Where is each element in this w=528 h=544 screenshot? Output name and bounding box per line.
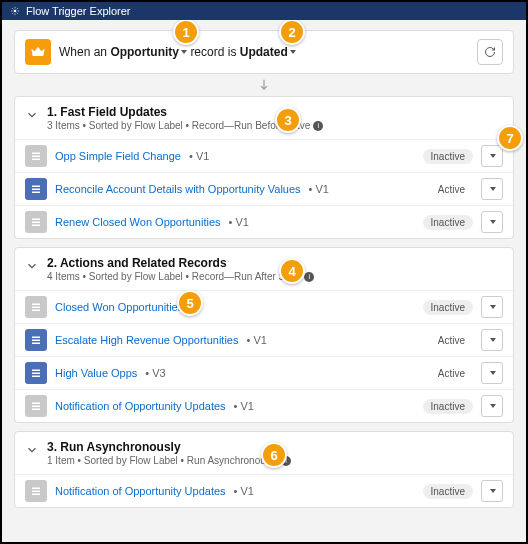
section-title: 2. Actions and Related Records xyxy=(47,256,314,270)
svg-rect-27 xyxy=(32,376,40,378)
flow-version: • V1 xyxy=(309,183,329,195)
trigger-text: When an Opportunity record is Updated xyxy=(59,45,296,59)
trigger-mid: record is xyxy=(190,45,236,59)
svg-rect-29 xyxy=(32,406,40,408)
chevron-down-icon xyxy=(181,50,187,54)
trigger-object: Opportunity xyxy=(110,45,179,59)
section-subtitle: 1 Item • Sorted by Flow Label • Run Asyn… xyxy=(47,455,291,466)
info-icon[interactable]: i xyxy=(304,272,314,282)
flow-arrow xyxy=(14,78,514,92)
flow-link[interactable]: Reconcile Account Details with Opportuni… xyxy=(55,183,301,195)
row-actions-button[interactable] xyxy=(481,362,503,384)
flow-icon xyxy=(25,145,47,167)
flow-row: Opp Simple Field Change • V1 Inactive xyxy=(15,139,513,172)
flow-icon xyxy=(25,329,47,351)
callout-6: 6 xyxy=(261,442,287,468)
svg-rect-22 xyxy=(32,337,40,339)
status-badge: Active xyxy=(430,182,473,197)
svg-rect-17 xyxy=(32,222,40,224)
svg-rect-33 xyxy=(32,494,40,496)
body: When an Opportunity record is Updated 1 … xyxy=(2,20,526,542)
flow-icon xyxy=(25,480,47,502)
row-actions-button[interactable] xyxy=(481,480,503,502)
flow-row: Renew Closed Won Opportunities • V1 Inac… xyxy=(15,205,513,238)
app-title: Flow Trigger Explorer xyxy=(26,5,131,17)
callout-1: 1 xyxy=(173,20,199,45)
row-actions-button[interactable] xyxy=(481,178,503,200)
svg-rect-19 xyxy=(32,304,40,306)
status-badge: Inactive xyxy=(423,215,473,230)
status-badge: Active xyxy=(430,333,473,348)
svg-rect-26 xyxy=(32,373,40,375)
svg-rect-31 xyxy=(32,488,40,490)
svg-line-7 xyxy=(12,13,13,14)
flow-icon xyxy=(25,362,47,384)
row-actions-button[interactable] xyxy=(481,211,503,233)
section-subtitle: 4 Items • Sorted by Flow Label • Record—… xyxy=(47,271,314,282)
chevron-down-icon xyxy=(25,259,39,273)
svg-rect-18 xyxy=(32,225,40,227)
flow-link[interactable]: Notification of Opportunity Updates xyxy=(55,400,226,412)
chevron-down-icon xyxy=(25,443,39,457)
section-fast-field-updates: 1. Fast Field Updates 3 Items • Sorted b… xyxy=(14,96,514,239)
titlebar: Flow Trigger Explorer xyxy=(2,2,526,20)
svg-rect-24 xyxy=(32,343,40,345)
flow-row: Notification of Opportunity Updates • V1… xyxy=(15,389,513,422)
row-actions-button[interactable] xyxy=(481,395,503,417)
callout-5: 5 xyxy=(177,290,203,316)
flow-row: Reconcile Account Details with Opportuni… xyxy=(15,172,513,205)
callout-4: 4 xyxy=(279,258,305,284)
row-actions-button[interactable] xyxy=(481,145,503,167)
flow-version: • V1 xyxy=(229,216,249,228)
svg-rect-28 xyxy=(32,403,40,405)
svg-rect-25 xyxy=(32,370,40,372)
flow-version: • V1 xyxy=(234,400,254,412)
trigger-operation: Updated xyxy=(240,45,288,59)
flow-row: Notification of Opportunity Updates • V1… xyxy=(15,474,513,507)
callout-3: 3 xyxy=(275,107,301,133)
operation-dropdown[interactable]: Updated xyxy=(240,45,296,59)
flow-icon xyxy=(25,178,47,200)
svg-rect-16 xyxy=(32,219,40,221)
refresh-button[interactable] xyxy=(477,39,503,65)
flow-icon xyxy=(25,211,47,233)
flow-version: • V3 xyxy=(145,367,165,379)
svg-rect-20 xyxy=(32,307,40,309)
app-window: Flow Trigger Explorer When an Opportunit… xyxy=(0,0,528,544)
flow-row: Closed Won Opportunities Inactive xyxy=(15,290,513,323)
row-actions-button[interactable] xyxy=(481,296,503,318)
flow-link[interactable]: Escalate High Revenue Opportunities xyxy=(55,334,238,346)
status-badge: Inactive xyxy=(423,484,473,499)
row-actions-button[interactable] xyxy=(481,329,503,351)
chevron-down-icon xyxy=(290,50,296,54)
svg-line-5 xyxy=(12,8,13,9)
chevron-down-icon xyxy=(25,108,39,122)
svg-rect-12 xyxy=(32,159,40,161)
flow-icon xyxy=(25,395,47,417)
svg-rect-13 xyxy=(32,186,40,188)
status-badge: Active xyxy=(430,366,473,381)
flow-link[interactable]: Opp Simple Field Change xyxy=(55,150,181,162)
svg-rect-15 xyxy=(32,192,40,194)
section-header[interactable]: 2. Actions and Related Records 4 Items •… xyxy=(15,248,513,290)
flow-link[interactable]: Closed Won Opportunities xyxy=(55,301,183,313)
flow-link[interactable]: Notification of Opportunity Updates xyxy=(55,485,226,497)
trigger-bar: When an Opportunity record is Updated 1 … xyxy=(14,30,514,74)
crown-icon xyxy=(25,39,51,65)
flow-row: High Value Opps • V3 Active xyxy=(15,356,513,389)
svg-rect-32 xyxy=(32,491,40,493)
section-header[interactable]: 1. Fast Field Updates 3 Items • Sorted b… xyxy=(15,97,513,139)
svg-rect-30 xyxy=(32,409,40,411)
status-badge: Inactive xyxy=(423,399,473,414)
object-dropdown[interactable]: Opportunity xyxy=(110,45,187,59)
flow-link[interactable]: High Value Opps xyxy=(55,367,137,379)
svg-point-0 xyxy=(14,10,17,13)
status-badge: Inactive xyxy=(423,300,473,315)
flow-version: • V1 xyxy=(189,150,209,162)
svg-rect-21 xyxy=(32,310,40,312)
flow-version: • V1 xyxy=(234,485,254,497)
flow-link[interactable]: Renew Closed Won Opportunities xyxy=(55,216,221,228)
flow-version: • V1 xyxy=(246,334,266,346)
info-icon[interactable]: i xyxy=(313,121,323,131)
svg-line-8 xyxy=(17,8,18,9)
